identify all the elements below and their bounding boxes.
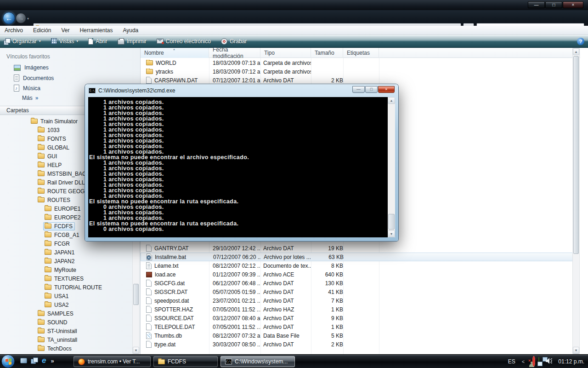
file-row-ttype.dat[interactable]: ttype.dat30/03/2007 08:50 ...Archivo DAT…	[141, 340, 580, 349]
menu-item-edición[interactable]: Edición	[33, 27, 51, 34]
minimize-button[interactable]: —	[528, 1, 545, 8]
toolbar-button-abrir[interactable]: Abrir	[88, 38, 107, 45]
toolbar-button-imprimir[interactable]: Imprimir	[118, 38, 147, 45]
file-row-carspawn.dat[interactable]: CARSPAWN.DAT07/12/2007 12:01 a...Archivo…	[141, 76, 580, 85]
tree-item-textures[interactable]: TEXTURES	[43, 274, 86, 283]
toolbar-button-grabar[interactable]: Grabar	[221, 38, 247, 45]
sidebar-item-more[interactable]: Más »	[22, 95, 38, 101]
tree-item-myroute[interactable]: MyRoute	[43, 265, 79, 274]
switch-windows-icon[interactable]	[31, 357, 38, 364]
tree-item-fcgr[interactable]: FCGR	[43, 239, 72, 248]
file-row-gantry.dat[interactable]: GANTRY.DAT29/10/2007 12:42 ...Archivo DA…	[141, 244, 580, 253]
file-row-ssource.dat[interactable]: SSOURCE.DAT03/12/2007 08:40 a...Archivo …	[141, 314, 580, 322]
close-button[interactable]: ×	[563, 1, 583, 8]
recent-pages-caret-icon[interactable]: ▾	[27, 17, 29, 21]
tree-item-1033[interactable]: 1033	[36, 126, 62, 134]
file-row-spotter.haz[interactable]: SPOTTER.HAZ07/05/2001 11:52 ...Archivo H…	[141, 305, 580, 314]
internet-explorer-icon[interactable]: e	[42, 357, 46, 364]
tree-item-usa2[interactable]: USA2	[43, 300, 71, 309]
cmd-scroll-down-icon[interactable]: ▼	[388, 230, 395, 237]
menu-item-ver[interactable]: Ver	[61, 27, 69, 34]
tray-expand-icon[interactable]: <	[522, 359, 525, 364]
column-header-etiquetas[interactable]: Etiquetas	[343, 48, 379, 58]
tree-item-global[interactable]: GLOBAL	[36, 143, 72, 152]
taskbar-task-1[interactable]: trensim.com • Ver T...	[74, 356, 151, 367]
tree-item-japan1[interactable]: JAPAN1	[43, 248, 77, 257]
cmd-maximize-button[interactable]: □	[365, 86, 378, 93]
menu-item-archivo[interactable]: Archivo	[5, 27, 23, 34]
cmd-scroll-up-icon[interactable]: ▲	[388, 97, 395, 104]
file-row-sigscr.dat[interactable]: SIGSCR.DAT05/07/2005 01:59 ...Archivo DA…	[141, 288, 580, 296]
list-scroll-up-icon[interactable]: ▲	[573, 48, 579, 55]
quick-launch-more-icon[interactable]: »	[51, 357, 54, 364]
forward-button[interactable]: →	[16, 13, 26, 23]
tree-item-st-uninstall[interactable]: ST-Uninstall	[36, 327, 79, 335]
sidebar-item-documentos[interactable]: Documentos	[14, 75, 54, 81]
tree-item-gui[interactable]: GUI	[36, 152, 59, 161]
taskbar-task-2[interactable]: FCDFS	[153, 356, 218, 367]
tree-item-routes[interactable]: ROUTES	[36, 196, 73, 204]
tree-item-sound[interactable]: SOUND	[36, 318, 69, 327]
column-header-fecha-modificación[interactable]: Fecha modificación	[209, 48, 260, 58]
tree-item-techdocs[interactable]: TechDocs	[36, 344, 74, 353]
column-header-nombre[interactable]: Nombre▲	[141, 48, 209, 58]
file-row-sigcfg.dat[interactable]: SIGCFG.dat06/12/2007 06:48 ...Archivo DA…	[141, 279, 580, 288]
tree-item-fonts[interactable]: FONTS	[36, 134, 68, 143]
cmd-console[interactable]: 1 archivos copiados. 1 archivos copiados…	[88, 97, 395, 237]
file-row-installme.bat[interactable]: Installme.bat07/12/2007 06:20 ...Archivo…	[141, 253, 580, 261]
tree-item-japan2[interactable]: JAPAN2	[43, 257, 77, 265]
file-icon	[146, 245, 152, 252]
file-row-telepole.dat[interactable]: TELEPOLE.DAT07/05/2001 11:52 ...Archivo …	[141, 322, 580, 331]
menu-item-ayuda[interactable]: Ayuda	[123, 27, 138, 34]
list-scroll-down-icon[interactable]: ▼	[573, 347, 579, 354]
sidebar-item-imágenes[interactable]: Imágenes	[14, 64, 49, 71]
toolbar-button-correo-electrónico[interactable]: Correo electrónico	[157, 38, 211, 45]
column-header-tamaño[interactable]: Tamaño	[311, 48, 343, 58]
tree-item-fcgb_a1[interactable]: FCGB_A1	[43, 230, 82, 239]
tree-item-fcdfs[interactable]: FCDFS	[43, 222, 75, 230]
toolbar-button-organizar[interactable]: Organizar▾	[4, 38, 41, 45]
menu-item-herramientas[interactable]: Herramientas	[79, 27, 113, 34]
volume-icon[interactable]	[546, 357, 552, 366]
tree-item-samples[interactable]: SAMPLES	[36, 309, 76, 318]
tree-item-europe2[interactable]: EUROPE2	[43, 213, 83, 222]
file-row-thumbs.db[interactable]: Thumbs.db08/12/2007 07:32 a...Data Base …	[141, 331, 580, 340]
tree-item-ta_uninstall[interactable]: TA_uninstall	[36, 335, 79, 344]
cmd-scrollbar[interactable]: ▲ ▼	[388, 97, 395, 237]
list-scroll-thumb[interactable]	[573, 56, 579, 254]
clock[interactable]: 01:12 p.m.	[558, 358, 584, 365]
start-button[interactable]	[1, 355, 15, 368]
tree-item-usa1[interactable]: USA1	[43, 292, 71, 300]
tree-item-train-simulator[interactable]: Train Simulator	[29, 117, 80, 126]
file-row-load.ace[interactable]: load.ace01/12/2007 09:39 ...Archivo ACE6…	[141, 270, 580, 279]
toolbar-button-vistas[interactable]: Vistas▾	[51, 38, 78, 45]
tree-item-rail-driver-dlls[interactable]: Rail Driver DLLs	[36, 178, 90, 187]
tree-scroll-thumb[interactable]	[133, 284, 139, 305]
app-ring-icon[interactable]	[532, 357, 535, 366]
file-row-world[interactable]: WORLD18/03/2009 07:13 a...Carpeta de arc…	[141, 58, 580, 67]
file-row-ytracks[interactable]: ytracks18/03/2009 07:12 a...Carpeta de a…	[141, 67, 580, 76]
maximize-button[interactable]: □	[545, 1, 562, 8]
column-header-tipo[interactable]: Tipo	[260, 48, 311, 58]
tree-item-help[interactable]: HELP	[36, 161, 64, 169]
file-date: 03/12/2007 08:40 a...	[209, 315, 260, 322]
back-button[interactable]: ←	[3, 12, 15, 24]
tree-scroll-down-icon[interactable]: ▼	[133, 347, 139, 354]
cmd-window[interactable]: C:\ C:\Windows\system32\cmd.exe — □ × 1 …	[85, 84, 398, 241]
show-desktop-icon[interactable]	[20, 358, 27, 363]
language-indicator[interactable]: ES	[508, 358, 515, 365]
cmd-close-button[interactable]: ×	[378, 86, 395, 93]
cmd-minimize-button[interactable]: —	[352, 86, 365, 93]
db-icon	[146, 332, 152, 339]
cmd-scroll-thumb[interactable]	[388, 214, 395, 230]
sidebar-item-música[interactable]: Música	[14, 85, 40, 92]
file-name-cell: SPOTTER.HAZ	[141, 306, 209, 313]
cmd-titlebar[interactable]: C:\ C:\Windows\system32\cmd.exe — □ ×	[85, 84, 398, 97]
file-row-speedpost.dat[interactable]: speedpost.dat23/07/2001 02:21 ...Archivo…	[141, 296, 580, 305]
tree-item-tutorial-route[interactable]: TUTORIAL ROUTE	[43, 283, 104, 292]
tree-item-europe1[interactable]: EUROPE1	[43, 204, 83, 213]
taskbar-task-3[interactable]: C:\C:\Windows\system...	[220, 356, 295, 367]
file-row-léame.txt[interactable]: Léame.txt08/12/2007 02:12 ...Documento d…	[141, 261, 580, 270]
help-icon[interactable]: ?	[577, 38, 584, 45]
list-scrollbar[interactable]: ▲ ▼	[572, 48, 580, 354]
